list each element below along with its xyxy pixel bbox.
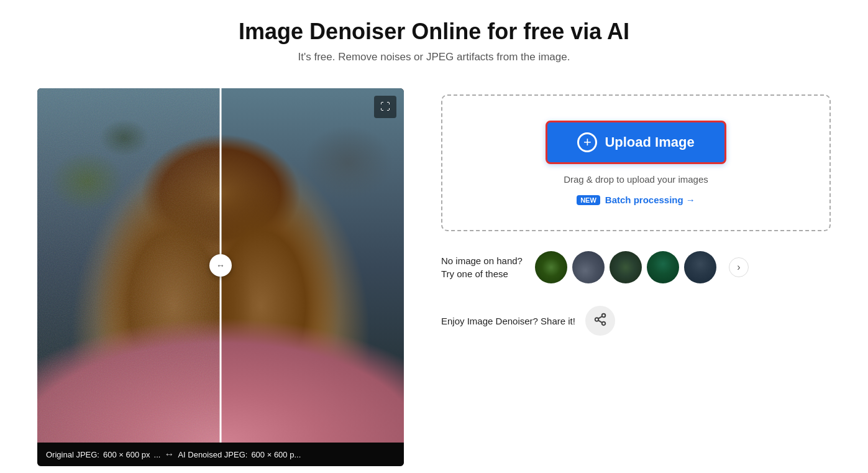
denoised-label: AI Denoised JPEG: [178,450,247,459]
bottom-bar-content: Original JPEG: 600 × 600 px ... ↔ AI Den… [46,449,301,460]
expand-button[interactable]: ⛶ [374,96,396,118]
page-subtitle: It's free. Remove noises or JPEG artifac… [37,51,831,63]
share-row: Enjoy Image Denoiser? Share it! [441,306,831,336]
share-label: Enjoy Image Denoiser? Share it! [441,316,575,326]
page-header: Image Denoiser Online for free via AI It… [37,19,831,63]
batch-link-text[interactable]: Batch processing → [605,195,695,205]
image-info-bar: Original JPEG: 600 × 600 px ... ↔ AI Den… [37,443,404,466]
sample-thumb-5[interactable] [684,251,716,283]
upload-button[interactable]: + Upload Image [546,121,726,164]
right-panel: + Upload Image Drag & drop to upload you… [441,88,831,336]
arrow-icon: ↔ [164,449,174,460]
image-comparison-panel: ↔ ⛶ Original JPEG: 600 × 600 px ... ↔ AI… [37,88,404,466]
sample-images-row: No image on hand? Try one of these › [441,251,831,283]
sample-thumb-2[interactable] [572,251,605,283]
image-comparison-view: ↔ ⛶ [37,88,404,443]
drag-drop-label: Drag & drop to upload your images [564,174,708,185]
original-size: 600 × 600 px [103,450,150,459]
share-button[interactable] [585,306,615,336]
plus-icon: + [583,135,592,149]
ellipsis: ... [154,450,161,459]
next-samples-button[interactable]: › [729,257,749,277]
main-content: ↔ ⛶ Original JPEG: 600 × 600 px ... ↔ AI… [37,88,831,466]
comparison-handle[interactable]: ↔ [209,254,232,277]
denoised-size: 600 × 600 p... [251,450,301,459]
expand-icon: ⛶ [380,101,390,113]
plus-circle-icon: + [577,132,597,152]
share-icon [593,313,607,329]
chevron-right-icon: › [737,262,740,273]
noise-overlay [37,88,221,443]
upload-button-label: Upload Image [605,134,694,150]
original-label: Original JPEG: [46,450,99,459]
handle-arrows: ↔ [216,260,225,270]
upload-dropzone[interactable]: + Upload Image Drag & drop to upload you… [441,94,831,231]
sample-thumbnails [535,251,716,283]
sample-thumb-4[interactable] [647,251,679,283]
sample-thumb-1[interactable] [535,251,567,283]
sample-label: No image on hand? Try one of these [441,254,523,280]
svg-line-3 [598,320,602,323]
page-title: Image Denoiser Online for free via AI [37,19,831,45]
svg-line-4 [598,316,602,318]
new-badge: NEW [577,195,600,205]
sample-thumb-3[interactable] [610,251,642,283]
batch-processing-link[interactable]: NEW Batch processing → [577,195,695,205]
